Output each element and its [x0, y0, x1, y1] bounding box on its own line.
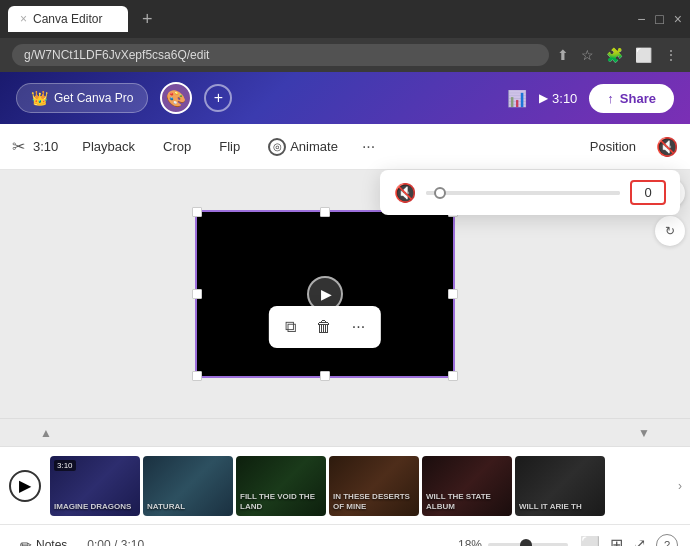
clip-label-5: WILL THE STATE ALBUM: [426, 492, 512, 511]
context-delete-button[interactable]: 🗑: [312, 314, 336, 340]
window-controls: − □ ×: [637, 11, 682, 27]
browser-chrome: × Canva Editor + − □ ×: [0, 0, 690, 38]
tab-close-icon[interactable]: ×: [20, 12, 27, 26]
clip-4[interactable]: IN THESE DESERTS OF MINE: [329, 456, 419, 516]
clip-5[interactable]: WILL THE STATE ALBUM: [422, 456, 512, 516]
timeline-clips: 3:10 IMAGINE DRAGONS NATURAL FILL THE VO…: [50, 452, 670, 520]
notes-icon: ✏: [20, 537, 32, 547]
timeline-play-icon: ▶: [19, 476, 31, 495]
play-circle-timeline[interactable]: ▶: [9, 470, 41, 502]
timeline-play-button[interactable]: ▶: [0, 470, 50, 502]
more-options-button[interactable]: ···: [354, 132, 383, 162]
active-tab: × Canva Editor: [8, 6, 128, 32]
play-duration: ▶ 3:10: [539, 91, 577, 106]
help-button[interactable]: ?: [656, 534, 678, 547]
flip-button[interactable]: Flip: [207, 133, 252, 160]
mute-icon-toolbar[interactable]: 🔇: [656, 136, 678, 158]
avatar[interactable]: 🎨: [160, 82, 192, 114]
play-icon[interactable]: ▶: [539, 91, 548, 105]
address-input[interactable]: g/W7NCt1LDF6JvXepf5csa6Q/edit: [12, 44, 549, 66]
toolbar: ✂ 3:10 Playback Crop Flip ◎ Animate ··· …: [0, 124, 690, 170]
handle-tm[interactable]: [320, 207, 330, 217]
video-element[interactable]: ▶: [195, 210, 455, 378]
playback-button[interactable]: Playback: [70, 133, 147, 160]
toolbar-right: Position 🔇: [578, 133, 678, 160]
puzzle-icon[interactable]: 🧩: [606, 47, 623, 63]
tab-title: Canva Editor: [33, 12, 102, 26]
clip-label-4: IN THESE DESERTS OF MINE: [333, 492, 419, 511]
share-label: Share: [620, 91, 656, 106]
timeline-arrow-right[interactable]: ›: [670, 479, 690, 493]
handle-br[interactable]: [448, 371, 458, 381]
notes-button[interactable]: ✏ Notes: [12, 533, 75, 547]
canva-header: 👑 Get Canva Pro 🎨 + 📊 ▶ 3:10 ↑ Share: [0, 72, 690, 124]
play-triangle-overlay: ▶: [321, 286, 332, 302]
time-total: 3:10: [121, 538, 144, 547]
clip-label-2: NATURAL: [147, 502, 185, 512]
screen-icon[interactable]: ⬜: [580, 535, 600, 546]
notes-label: Notes: [36, 538, 67, 547]
handle-bm[interactable]: [320, 371, 330, 381]
duration-label: 3:10: [552, 91, 577, 106]
vol-mute-icon[interactable]: 🔇: [394, 182, 416, 204]
clip-2[interactable]: NATURAL: [143, 456, 233, 516]
time-separator: /: [114, 538, 117, 547]
handle-bl[interactable]: [192, 371, 202, 381]
clip-time-1: 3:10: [54, 460, 76, 471]
animate-icon: ◎: [268, 138, 286, 156]
vol-slider-thumb: [434, 187, 446, 199]
fullscreen-icon[interactable]: ⤢: [633, 535, 646, 546]
expand-area: ▲ ▼: [0, 418, 690, 446]
share-button[interactable]: ↑ Share: [589, 84, 674, 113]
expand-down-arrow[interactable]: ▼: [638, 426, 650, 440]
handle-ml[interactable]: [192, 289, 202, 299]
get-canva-pro-button[interactable]: 👑 Get Canva Pro: [16, 83, 148, 113]
minimize-button[interactable]: −: [637, 11, 645, 27]
context-more-button[interactable]: ···: [348, 314, 369, 340]
context-copy-button[interactable]: ⧉: [281, 314, 300, 340]
maximize-button[interactable]: □: [655, 11, 663, 27]
clip-label-1: IMAGINE DRAGONS: [54, 502, 131, 512]
animate-label: Animate: [290, 139, 338, 154]
share-addr-icon[interactable]: ⬆: [557, 47, 569, 63]
address-text: g/W7NCt1LDF6JvXepf5csa6Q/edit: [24, 48, 209, 62]
grid-icon[interactable]: ⊞: [610, 535, 623, 546]
add-button[interactable]: +: [204, 84, 232, 112]
crop-button[interactable]: Crop: [151, 133, 203, 160]
bottom-bar: ✏ Notes 0:00 / 3:10 18% ⬜ ⊞ ⤢ ?: [0, 524, 690, 546]
handle-tl[interactable]: [192, 207, 202, 217]
clip-label-6: WILL IT ARIE TH: [519, 502, 582, 512]
zoom-slider-thumb: [520, 539, 532, 547]
toolbar-time: 3:10: [33, 139, 58, 154]
handle-mr[interactable]: [448, 289, 458, 299]
clip-3[interactable]: FILL THE VOID THE LAND: [236, 456, 326, 516]
expand-up-arrow[interactable]: ▲: [40, 426, 52, 440]
vol-slider[interactable]: [426, 191, 620, 195]
context-menu: ⧉ 🗑 ···: [269, 306, 381, 348]
vol-value-box[interactable]: 0: [630, 180, 666, 205]
animate-button[interactable]: ◎ Animate: [256, 132, 350, 162]
profile-icon[interactable]: ⬜: [635, 47, 652, 63]
zoom-percentage: 18%: [458, 538, 482, 547]
address-icons: ⬆ ☆ 🧩 ⬜ ⋮: [557, 47, 678, 63]
scissors-icon: ✂: [12, 137, 25, 156]
clip-1[interactable]: 3:10 IMAGINE DRAGONS: [50, 456, 140, 516]
time-current: 0:00: [87, 538, 110, 547]
address-bar: g/W7NCt1LDF6JvXepf5csa6Q/edit ⬆ ☆ 🧩 ⬜ ⋮: [0, 38, 690, 72]
share-icon: ↑: [607, 91, 614, 106]
pro-label: Get Canva Pro: [54, 91, 133, 105]
clip-6[interactable]: WILL IT ARIE TH: [515, 456, 605, 516]
position-button[interactable]: Position: [578, 133, 648, 160]
rotate-button[interactable]: ↻: [655, 216, 685, 246]
close-window-button[interactable]: ×: [674, 11, 682, 27]
browser-tabs: × Canva Editor +: [8, 5, 629, 34]
bookmark-icon[interactable]: ☆: [581, 47, 594, 63]
volume-popup: 🔇 0: [380, 170, 680, 215]
analytics-icon[interactable]: 📊: [507, 89, 527, 108]
bottom-icons: ⬜ ⊞ ⤢ ?: [580, 534, 678, 547]
new-tab-button[interactable]: +: [134, 5, 161, 34]
timeline: ▶ 3:10 IMAGINE DRAGONS NATURAL FILL THE …: [0, 446, 690, 524]
time-indicator: 0:00 / 3:10: [87, 538, 144, 547]
menu-icon[interactable]: ⋮: [664, 47, 678, 63]
zoom-slider[interactable]: [488, 543, 568, 547]
